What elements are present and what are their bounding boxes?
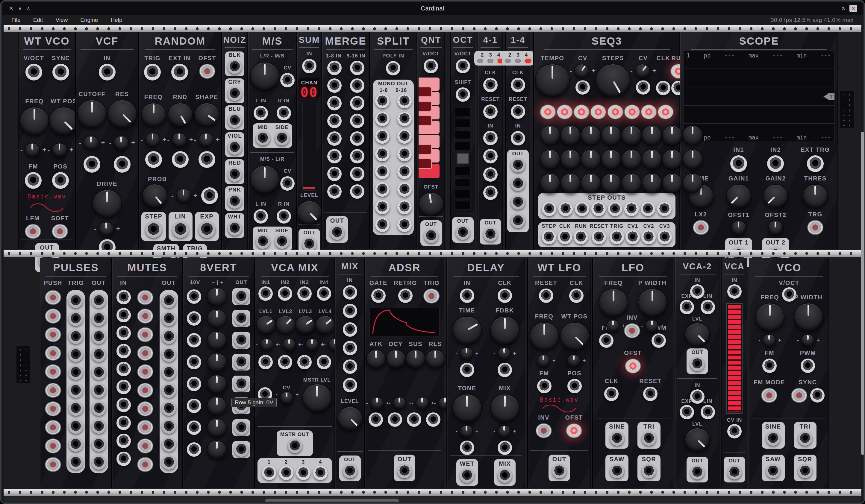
merge-in-jack[interactable] bbox=[327, 79, 342, 93]
step-light-button[interactable] bbox=[641, 104, 657, 119]
step-light-button[interactable] bbox=[573, 104, 590, 119]
tempo-cv-trim[interactable] bbox=[574, 64, 589, 78]
menu-edit[interactable]: Edit bbox=[33, 17, 43, 23]
v-oct-jack[interactable] bbox=[456, 59, 470, 73]
out-jack[interactable] bbox=[234, 421, 249, 435]
step-light-button[interactable] bbox=[607, 104, 623, 119]
fm-trim[interactable] bbox=[537, 354, 550, 367]
out-jack[interactable] bbox=[234, 355, 249, 369]
cv2-step-knob[interactable] bbox=[540, 149, 560, 169]
out-jack[interactable] bbox=[302, 237, 316, 251]
reset-out-jack[interactable] bbox=[592, 230, 606, 244]
sync-jack[interactable] bbox=[53, 64, 69, 81]
out-jack[interactable] bbox=[162, 419, 176, 434]
tempo-cv-jack[interactable] bbox=[576, 80, 590, 95]
push-button[interactable] bbox=[45, 383, 61, 398]
lvl2-knob[interactable] bbox=[276, 315, 296, 334]
split-out-jack[interactable] bbox=[375, 165, 390, 179]
cv3-step-knob[interactable] bbox=[560, 173, 580, 193]
menu-engine[interactable]: Engine bbox=[80, 17, 98, 23]
freq-knob[interactable] bbox=[530, 322, 559, 350]
fdbk-cv-jack[interactable] bbox=[498, 363, 512, 377]
out-jack[interactable] bbox=[92, 419, 106, 434]
out-jack[interactable] bbox=[424, 228, 438, 243]
split-out-jack[interactable] bbox=[375, 182, 390, 197]
step-out-jack[interactable] bbox=[575, 202, 589, 216]
lvl-knob[interactable] bbox=[685, 323, 710, 347]
cv1-step-knob[interactable] bbox=[662, 126, 682, 145]
push-button[interactable] bbox=[45, 327, 61, 342]
step-light-button[interactable] bbox=[658, 104, 674, 119]
gain-knob[interactable] bbox=[207, 440, 227, 459]
mute-button[interactable] bbox=[137, 383, 153, 398]
inv-button[interactable] bbox=[624, 323, 640, 338]
merge-in-jack[interactable] bbox=[350, 61, 365, 75]
step-out-jack[interactable] bbox=[657, 202, 672, 216]
out-jack[interactable] bbox=[162, 383, 176, 398]
push-button[interactable] bbox=[45, 290, 61, 305]
in4-jack[interactable] bbox=[317, 286, 331, 301]
in-jack[interactable] bbox=[116, 290, 131, 304]
mute-button[interactable] bbox=[137, 401, 153, 416]
atk-cv-jack[interactable] bbox=[369, 412, 383, 427]
lin-jack[interactable] bbox=[172, 221, 189, 238]
trig-out-jack[interactable] bbox=[610, 230, 624, 244]
out-jack[interactable] bbox=[234, 377, 249, 391]
out-jack[interactable] bbox=[162, 312, 176, 326]
rnd-knob[interactable] bbox=[168, 103, 193, 127]
in-jack[interactable] bbox=[116, 398, 131, 412]
merge-in-jack[interactable] bbox=[350, 167, 365, 181]
dcy-knob[interactable] bbox=[386, 350, 406, 368]
shape-knob[interactable] bbox=[194, 103, 219, 127]
lx2-button[interactable] bbox=[693, 220, 709, 235]
out-jack[interactable] bbox=[162, 365, 176, 380]
split-out-jack[interactable] bbox=[375, 94, 390, 108]
prob-knob[interactable] bbox=[142, 184, 168, 208]
blu-jack[interactable] bbox=[228, 114, 242, 128]
tone-knob[interactable] bbox=[452, 394, 482, 422]
cv2-trim[interactable] bbox=[282, 338, 296, 351]
gain-knob[interactable] bbox=[207, 309, 227, 328]
cv-jack[interactable] bbox=[280, 176, 295, 191]
clk-jack[interactable] bbox=[656, 81, 670, 95]
split-out-jack[interactable] bbox=[397, 182, 412, 197]
mix-out-jack[interactable] bbox=[498, 468, 512, 483]
split-out-jack[interactable] bbox=[397, 94, 412, 108]
quantizer-keyboard[interactable] bbox=[418, 78, 440, 178]
side-jack[interactable] bbox=[275, 131, 289, 145]
out-jack[interactable] bbox=[92, 401, 106, 416]
out-jack[interactable] bbox=[162, 437, 176, 452]
atk-knob[interactable] bbox=[366, 350, 386, 368]
freq-knob[interactable] bbox=[755, 303, 784, 331]
mute-button[interactable] bbox=[137, 420, 153, 435]
in-jack[interactable] bbox=[187, 377, 201, 391]
viol-jack[interactable] bbox=[228, 140, 242, 155]
split-out-jack[interactable] bbox=[397, 165, 412, 179]
clk-jack[interactable] bbox=[569, 289, 584, 303]
saw-jack[interactable] bbox=[610, 464, 624, 478]
push-button[interactable] bbox=[45, 457, 61, 472]
octave-selector[interactable] bbox=[455, 108, 471, 210]
dcy-trim[interactable] bbox=[393, 397, 406, 409]
out-jack[interactable] bbox=[162, 455, 176, 470]
mstr-out-jack[interactable] bbox=[288, 439, 302, 453]
cv2-out-jack[interactable] bbox=[641, 230, 656, 244]
in-jack[interactable] bbox=[727, 284, 742, 299]
out-jack[interactable] bbox=[92, 329, 106, 344]
in2-jack[interactable] bbox=[767, 155, 784, 172]
trig-jack[interactable] bbox=[69, 419, 83, 434]
cv2-step-knob[interactable] bbox=[621, 149, 642, 169]
cv1-step-knob[interactable] bbox=[560, 126, 580, 145]
out-jack[interactable] bbox=[511, 214, 525, 228]
out-jack[interactable] bbox=[162, 348, 176, 362]
push-button[interactable] bbox=[45, 401, 61, 416]
level-knob[interactable] bbox=[337, 407, 362, 430]
split-out-jack[interactable] bbox=[397, 129, 412, 144]
split-out-jack[interactable] bbox=[375, 218, 390, 232]
freq-trim-knob[interactable] bbox=[25, 143, 40, 157]
out-jack[interactable] bbox=[234, 442, 249, 457]
split-out-jack[interactable] bbox=[397, 147, 412, 161]
out-jack[interactable] bbox=[511, 195, 525, 210]
thres-knob[interactable] bbox=[803, 184, 828, 208]
reset-jack[interactable] bbox=[643, 387, 658, 401]
